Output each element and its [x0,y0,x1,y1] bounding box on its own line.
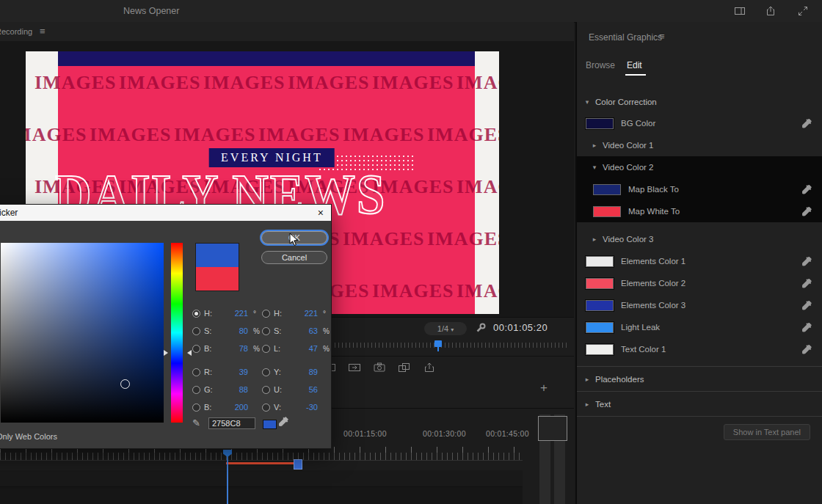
zoom-level-select[interactable]: 1/4 ▾ [424,322,467,335]
audio-track[interactable] [0,487,523,504]
export-media-icon[interactable] [423,362,436,375]
field-value[interactable]: 200 [219,403,248,412]
share-icon[interactable] [765,5,776,17]
eyedropper-icon[interactable] [279,417,288,426]
color-swatch[interactable] [586,322,614,333]
eyedropper-icon[interactable] [802,301,812,310]
field-value[interactable]: 221 [288,309,318,318]
settings-wrench-icon[interactable] [476,323,486,336]
radio-s[interactable] [192,327,200,335]
eg-panel-menu-icon[interactable]: ≡ [659,31,665,42]
row-elements-color-2[interactable]: Elements Color 2 [577,272,822,294]
timeline-clip-marker[interactable] [294,459,302,470]
color-swatch[interactable] [593,184,621,195]
timeline-right-rail [538,414,569,504]
tile-word: IMAGES [372,72,457,94]
program-timecode[interactable]: 00:01:05:20 [493,322,548,333]
radio-g[interactable] [192,386,200,394]
panel-tab-recording[interactable]: Recording [0,22,32,41]
hue-slider[interactable] [171,243,183,423]
row-map-black-to[interactable]: Map Black To [577,178,822,200]
field-value[interactable]: 39 [219,368,248,376]
show-in-text-panel-button[interactable]: Show in Text panel [724,424,810,440]
group-video-color-3[interactable]: ▸ Video Color 3 [577,228,822,250]
export-frame-icon[interactable] [373,362,386,375]
panel-menu-icon[interactable]: ≡ [40,22,46,41]
eyedropper-icon[interactable] [802,323,812,332]
section-placeholders[interactable]: ▸ Placeholders [577,366,822,391]
field-value[interactable]: 89 [288,368,318,376]
field-label: S: [204,326,215,335]
active-tab-underline [625,74,646,76]
radio-y[interactable] [262,368,270,376]
radio-l[interactable] [262,345,270,353]
eyedropper-icon[interactable] [802,257,812,266]
radio-h2[interactable] [262,310,270,318]
radio-u[interactable] [262,386,270,394]
color-swatch[interactable] [593,206,621,217]
field-unit: % [252,345,263,353]
hex-input[interactable] [208,417,255,429]
row-text-color-1[interactable]: Text Color 1 [577,338,822,360]
close-icon[interactable]: × [318,205,324,221]
row-map-white-to[interactable]: Map White To [577,200,822,222]
add-button[interactable]: + [540,381,548,395]
row-light-leak[interactable]: Light Leak [577,316,822,338]
radio-b2[interactable] [192,403,200,412]
field-value[interactable]: 221 [219,309,248,318]
eyedropper-icon[interactable] [802,345,812,354]
section-text[interactable]: ▸ Text [577,391,822,416]
tab-edit[interactable]: Edit [627,60,642,70]
eyedropper-icon[interactable] [802,119,812,128]
color-swatch[interactable] [586,256,614,267]
field-value[interactable]: 56 [288,385,318,394]
color-field[interactable] [1,243,164,423]
field-value[interactable]: 47 [288,344,318,353]
color-field-cursor[interactable] [120,379,130,389]
extract-icon[interactable] [348,362,361,375]
row-label: Text Color 1 [621,345,666,354]
eyedropper-icon[interactable] [802,279,812,288]
tab-browse[interactable]: Browse [586,60,615,70]
comparison-view-icon[interactable] [398,362,411,375]
group-video-color-1[interactable]: ▸ Video Color 1 [577,134,822,156]
dialog-title-bar[interactable]: Color Picker × [0,205,331,221]
field-value[interactable]: 78 [219,344,248,353]
premiere-window: News Opener Recording ≡ IMAGESIMAGESIMAG… [0,0,822,504]
color-swatch[interactable] [586,278,614,289]
hue-slider-arrow[interactable] [184,350,192,356]
radio-b[interactable] [192,345,200,353]
eyedropper-icon[interactable] [802,185,812,194]
field-value[interactable]: 63 [288,326,318,335]
video-track[interactable] [0,470,523,487]
color-swatch[interactable] [586,300,614,311]
playhead-line[interactable] [227,450,228,504]
fullscreen-icon[interactable] [797,5,809,17]
radio-s2[interactable] [262,327,270,335]
work-area-bar[interactable] [226,462,294,464]
color-swatch[interactable] [586,118,614,129]
chevron-down-icon: ▾ [584,98,590,106]
field-value[interactable]: 80 [219,326,248,335]
radio-v[interactable] [262,403,270,412]
cancel-button[interactable]: Cancel [261,251,327,264]
row-elements-color-1[interactable]: Elements Color 1 [577,250,822,272]
field-value[interactable]: -30 [288,403,318,412]
row-elements-color-3[interactable]: Elements Color 3 [577,294,822,316]
workspace-icon[interactable] [734,5,746,17]
graphic-top-band [58,51,475,66]
field-value[interactable]: 88 [219,385,248,394]
eyedropper-icon[interactable] [802,207,812,216]
color-compare-swatches [195,243,239,291]
section-color-correction[interactable]: ▾ Color Correction [577,92,822,112]
track-header-box[interactable] [538,416,567,441]
row-label: Map White To [628,207,680,216]
row-bg-color[interactable]: BG Color [577,112,822,134]
radio-r[interactable] [192,368,200,376]
hue-slider-arrow[interactable] [164,350,171,356]
group-video-color-2[interactable]: ▾ Video Color 2 [577,156,822,178]
color-swatch[interactable] [586,344,614,355]
chevron-right-icon: ▸ [592,235,597,243]
scrubber-playhead[interactable] [434,340,442,347]
radio-h[interactable] [192,310,200,318]
